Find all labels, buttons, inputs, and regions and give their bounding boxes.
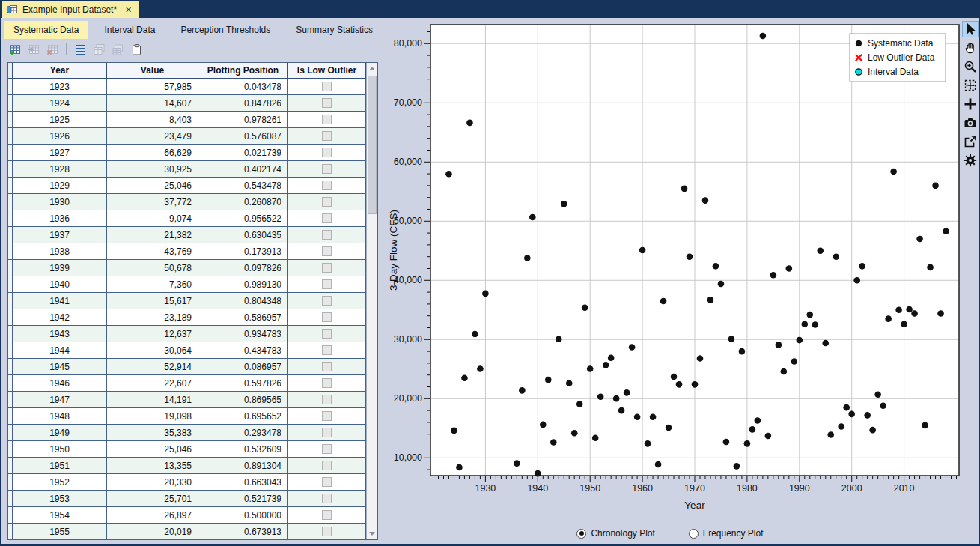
add-row-icon[interactable] <box>8 43 22 56</box>
plotting-position-cell[interactable]: 0.521739 <box>198 491 288 506</box>
value-cell[interactable]: 25,701 <box>107 491 198 506</box>
low-outlier-checkbox[interactable] <box>322 428 332 437</box>
radio-chronology-plot[interactable]: Chronology Plot <box>576 528 654 539</box>
low-outlier-checkbox[interactable] <box>322 263 332 273</box>
plotting-position-cell[interactable]: 0.989130 <box>198 276 288 292</box>
low-outlier-checkbox[interactable] <box>322 477 332 487</box>
plotting-position-cell[interactable]: 0.543478 <box>198 178 288 193</box>
value-cell[interactable]: 20,330 <box>107 474 198 490</box>
crosshair-icon[interactable] <box>963 97 978 112</box>
value-cell[interactable]: 12,637 <box>107 326 198 342</box>
value-cell[interactable]: 9,074 <box>107 210 198 226</box>
year-cell[interactable]: 1928 <box>13 161 107 177</box>
low-outlier-checkbox[interactable] <box>322 312 332 322</box>
year-cell[interactable]: 1926 <box>13 128 107 144</box>
low-outlier-checkbox[interactable] <box>322 444 332 454</box>
plotting-position-cell[interactable]: 0.663043 <box>198 474 288 490</box>
scrollbar-thumb[interactable] <box>368 76 377 214</box>
year-cell[interactable]: 1930 <box>13 194 107 210</box>
year-cell[interactable]: 1938 <box>13 243 107 259</box>
tab-interval-data[interactable]: Interval Data <box>95 21 164 39</box>
year-cell[interactable]: 1941 <box>13 293 107 309</box>
low-outlier-checkbox[interactable] <box>322 494 332 503</box>
plotting-position-cell[interactable]: 0.173913 <box>198 243 288 259</box>
low-outlier-checkbox[interactable] <box>322 527 332 536</box>
low-outlier-checkbox[interactable] <box>322 510 332 520</box>
year-cell[interactable]: 1929 <box>13 178 107 193</box>
value-cell[interactable]: 37,772 <box>107 194 198 210</box>
tab-summary-statistics[interactable]: Summary Statistics <box>287 21 382 39</box>
value-cell[interactable]: 21,382 <box>107 227 198 243</box>
value-cell[interactable]: 30,064 <box>107 342 198 358</box>
plotting-position-cell[interactable]: 0.978261 <box>198 112 288 127</box>
low-outlier-checkbox[interactable] <box>322 230 332 240</box>
view-table-icon[interactable] <box>73 43 87 56</box>
year-cell[interactable]: 1940 <box>13 276 107 292</box>
low-outlier-checkbox[interactable] <box>322 411 332 421</box>
value-cell[interactable]: 52,914 <box>107 359 198 374</box>
year-cell[interactable]: 1951 <box>13 458 107 473</box>
radio-circle-icon[interactable] <box>576 529 586 539</box>
zoom-extents-icon[interactable] <box>963 78 978 93</box>
year-cell[interactable]: 1954 <box>13 507 107 523</box>
plotting-position-cell[interactable]: 0.434783 <box>198 342 288 358</box>
low-outlier-checkbox[interactable] <box>322 164 332 174</box>
year-cell[interactable]: 1947 <box>13 392 107 407</box>
plotting-position-cell[interactable]: 0.630435 <box>198 227 288 243</box>
value-cell[interactable]: 14,607 <box>107 95 198 111</box>
year-cell[interactable]: 1953 <box>13 491 107 506</box>
chronology-plot[interactable]: 19301940195019601970198019902000201010,0… <box>380 18 961 527</box>
low-outlier-checkbox[interactable] <box>322 329 332 339</box>
plotting-position-cell[interactable]: 0.086957 <box>198 359 288 374</box>
plotting-position-cell[interactable]: 0.891304 <box>198 458 288 473</box>
fill-table-icon[interactable] <box>111 43 124 56</box>
year-cell[interactable]: 1948 <box>13 408 107 424</box>
table-scrollbar[interactable] <box>366 63 377 539</box>
radio-frequency-plot[interactable]: Frequency Plot <box>689 528 764 539</box>
plotting-position-cell[interactable]: 0.097826 <box>198 260 288 276</box>
year-cell[interactable]: 1936 <box>13 210 107 226</box>
low-outlier-checkbox[interactable] <box>322 362 332 371</box>
tab-close-icon[interactable]: ✕ <box>125 5 132 15</box>
scrollbar-up-icon[interactable] <box>367 63 377 74</box>
plotting-position-cell[interactable]: 0.695652 <box>198 408 288 424</box>
plotting-position-cell[interactable]: 0.043478 <box>198 79 288 94</box>
value-cell[interactable]: 57,985 <box>107 79 198 94</box>
value-cell[interactable]: 50,678 <box>107 260 198 276</box>
plotting-position-cell[interactable]: 0.597826 <box>198 375 288 391</box>
low-outlier-checkbox[interactable] <box>322 131 332 141</box>
paste-clipboard-icon[interactable] <box>130 43 143 56</box>
plotting-position-cell[interactable]: 0.293478 <box>198 425 288 440</box>
year-cell[interactable]: 1939 <box>13 260 107 276</box>
insert-row-icon[interactable] <box>27 43 40 56</box>
value-cell[interactable]: 35,383 <box>107 425 198 440</box>
settings-icon[interactable] <box>963 153 978 168</box>
low-outlier-checkbox[interactable] <box>322 296 332 306</box>
low-outlier-checkbox[interactable] <box>322 148 332 157</box>
value-cell[interactable]: 8,403 <box>107 112 198 127</box>
document-tab[interactable]: Example Input Dataset* ✕ <box>2 1 139 18</box>
value-cell[interactable]: 20,019 <box>107 524 198 539</box>
tab-perception-thresholds[interactable]: Perception Thresholds <box>171 21 279 39</box>
year-cell[interactable]: 1950 <box>13 441 107 457</box>
delete-row-icon[interactable] <box>46 43 59 56</box>
year-cell[interactable]: 1945 <box>13 359 107 374</box>
year-cell[interactable]: 1943 <box>13 326 107 342</box>
low-outlier-checkbox[interactable] <box>322 246 332 256</box>
low-outlier-checkbox[interactable] <box>322 395 332 404</box>
year-cell[interactable]: 1937 <box>13 227 107 243</box>
year-cell[interactable]: 1925 <box>13 112 107 127</box>
low-outlier-checkbox[interactable] <box>322 197 332 207</box>
plotting-position-cell[interactable]: 0.576087 <box>198 128 288 144</box>
value-cell[interactable]: 13,355 <box>107 458 198 473</box>
radio-circle-icon[interactable] <box>689 529 699 539</box>
copy-table-icon[interactable] <box>92 43 106 56</box>
low-outlier-checkbox[interactable] <box>322 279 332 289</box>
year-cell[interactable]: 1924 <box>13 95 107 111</box>
plotting-position-cell[interactable]: 0.021739 <box>198 145 288 160</box>
low-outlier-checkbox[interactable] <box>322 378 332 388</box>
value-cell[interactable]: 66,629 <box>107 145 198 160</box>
value-cell[interactable]: 25,046 <box>107 178 198 193</box>
year-cell[interactable]: 1949 <box>13 425 107 440</box>
low-outlier-checkbox[interactable] <box>322 82 332 91</box>
